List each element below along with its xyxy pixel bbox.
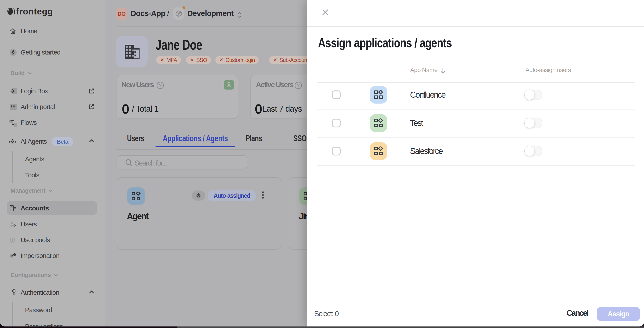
svg-text:?: ? — [159, 83, 162, 88]
svg-text:?: ? — [297, 83, 300, 88]
